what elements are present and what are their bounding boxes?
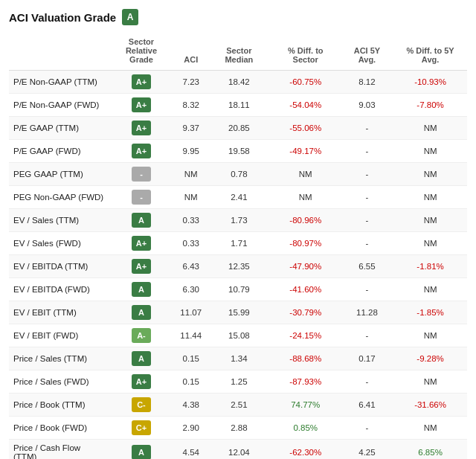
col-sector-grade: Sector RelativeGrade	[109, 34, 175, 71]
sector-median: 12.35	[208, 255, 271, 278]
grade-cell: A+	[109, 94, 175, 117]
grade-cell: A+	[109, 117, 175, 140]
pct-diff-sector: NM	[271, 186, 341, 209]
grade-cell: A+	[109, 370, 175, 394]
pct-diff-sector: -49.17%	[271, 140, 341, 163]
aci-5y: 8.12	[341, 71, 393, 94]
pct-diff-5y: NM	[393, 417, 467, 440]
table-row: EV / EBITDA (FWD) A 6.30 10.79 -41.60% -…	[9, 278, 467, 301]
aci-value: 9.95	[174, 140, 208, 163]
valuation-table: Sector RelativeGrade ACI Sector Median %…	[9, 34, 467, 459]
table-row: EV / Sales (TTM) A 0.33 1.73 -80.96% - N…	[9, 209, 467, 232]
page-header: ACI Valuation Grade A	[9, 9, 467, 25]
table-row: PEG Non-GAAP (FWD) - NM 2.41 NM - NM	[9, 186, 467, 209]
aci-value: 0.15	[174, 347, 208, 370]
sector-median: 1.73	[208, 209, 271, 232]
aci-value: NM	[174, 186, 208, 209]
metric-label: PEG GAAP (TTM)	[9, 163, 109, 186]
metric-label: P/E Non-GAAP (TTM)	[9, 71, 109, 94]
aci-value: 6.30	[174, 278, 208, 301]
metric-label: PEG Non-GAAP (FWD)	[9, 186, 109, 209]
aci-5y: -	[341, 232, 393, 255]
aci-5y: 0.17	[341, 347, 393, 370]
sector-median: 2.41	[208, 186, 271, 209]
metric-label: Price / Sales (FWD)	[9, 370, 109, 394]
metric-label: Price / Sales (TTM)	[9, 347, 109, 370]
metric-label: Price / Book (FWD)	[9, 417, 109, 440]
grade-cell: -	[109, 186, 175, 209]
pct-diff-sector: 74.77%	[271, 394, 341, 417]
metric-label: P/E GAAP (FWD)	[9, 140, 109, 163]
aci-5y: -	[341, 324, 393, 347]
pct-diff-5y: -1.85%	[393, 301, 467, 324]
grade-cell: A-	[109, 324, 175, 347]
col-aci-5y: ACI 5Y Avg.	[341, 34, 393, 71]
table-row: P/E Non-GAAP (FWD) A+ 8.32 18.11 -54.04%…	[9, 94, 467, 117]
aci-5y: -	[341, 163, 393, 186]
sector-median: 15.08	[208, 324, 271, 347]
sector-median: 1.25	[208, 370, 271, 394]
aci-5y: -	[341, 186, 393, 209]
pct-diff-sector: -47.90%	[271, 255, 341, 278]
metric-label: EV / EBITDA (TTM)	[9, 255, 109, 278]
pct-diff-5y: NM	[393, 278, 467, 301]
metric-label: Price / Cash Flow (TTM)	[9, 440, 109, 460]
sector-median: 15.99	[208, 301, 271, 324]
aci-5y: 6.41	[341, 394, 393, 417]
pct-diff-5y: NM	[393, 117, 467, 140]
aci-value: 6.43	[174, 255, 208, 278]
grade-cell: A	[109, 301, 175, 324]
grade-cell: A+	[109, 255, 175, 278]
metric-label: Price / Book (TTM)	[9, 394, 109, 417]
aci-value: 4.38	[174, 394, 208, 417]
col-pct-diff-5y: % Diff. to 5Y Avg.	[393, 34, 467, 71]
pct-diff-5y: NM	[393, 209, 467, 232]
sector-median: 1.34	[208, 347, 271, 370]
col-aci: ACI	[174, 34, 208, 71]
grade-cell: A+	[109, 140, 175, 163]
pct-diff-sector: NM	[271, 163, 341, 186]
sector-median: 18.11	[208, 94, 271, 117]
aci-5y: -	[341, 370, 393, 394]
metric-label: EV / EBIT (FWD)	[9, 324, 109, 347]
table-row: Price / Sales (TTM) A 0.15 1.34 -88.68% …	[9, 347, 467, 370]
grade-cell: A	[109, 347, 175, 370]
table-row: EV / Sales (FWD) A+ 0.33 1.71 -80.97% - …	[9, 232, 467, 255]
grade-cell: A	[109, 278, 175, 301]
aci-5y: 4.25	[341, 440, 393, 460]
pct-diff-sector: -55.06%	[271, 117, 341, 140]
pct-diff-5y: NM	[393, 324, 467, 347]
pct-diff-5y: NM	[393, 370, 467, 394]
table-row: P/E GAAP (TTM) A+ 9.37 20.85 -55.06% - N…	[9, 117, 467, 140]
pct-diff-sector: -30.79%	[271, 301, 341, 324]
pct-diff-5y: NM	[393, 163, 467, 186]
sector-median: 19.58	[208, 140, 271, 163]
pct-diff-5y: NM	[393, 140, 467, 163]
aci-value: 11.07	[174, 301, 208, 324]
aci-5y: -	[341, 209, 393, 232]
table-row: EV / EBIT (TTM) A 11.07 15.99 -30.79% 11…	[9, 301, 467, 324]
sector-median: 10.79	[208, 278, 271, 301]
aci-value: 8.32	[174, 94, 208, 117]
grade-cell: A	[109, 209, 175, 232]
pct-diff-sector: -62.30%	[271, 440, 341, 460]
pct-diff-sector: 0.85%	[271, 417, 341, 440]
aci-5y: 6.55	[341, 255, 393, 278]
sector-median: 2.88	[208, 417, 271, 440]
aci-value: NM	[174, 163, 208, 186]
pct-diff-5y: -7.80%	[393, 94, 467, 117]
pct-diff-sector: -41.60%	[271, 278, 341, 301]
pct-diff-5y: -10.93%	[393, 71, 467, 94]
aci-5y: -	[341, 117, 393, 140]
sector-median: 1.71	[208, 232, 271, 255]
metric-label: EV / Sales (TTM)	[9, 209, 109, 232]
metric-label: P/E GAAP (TTM)	[9, 117, 109, 140]
aci-value: 2.90	[174, 417, 208, 440]
aci-value: 0.15	[174, 370, 208, 394]
metric-label: EV / EBITDA (FWD)	[9, 278, 109, 301]
metric-label: EV / EBIT (TTM)	[9, 301, 109, 324]
aci-5y: -	[341, 140, 393, 163]
aci-value: 4.54	[174, 440, 208, 460]
aci-5y: -	[341, 417, 393, 440]
pct-diff-5y: NM	[393, 186, 467, 209]
